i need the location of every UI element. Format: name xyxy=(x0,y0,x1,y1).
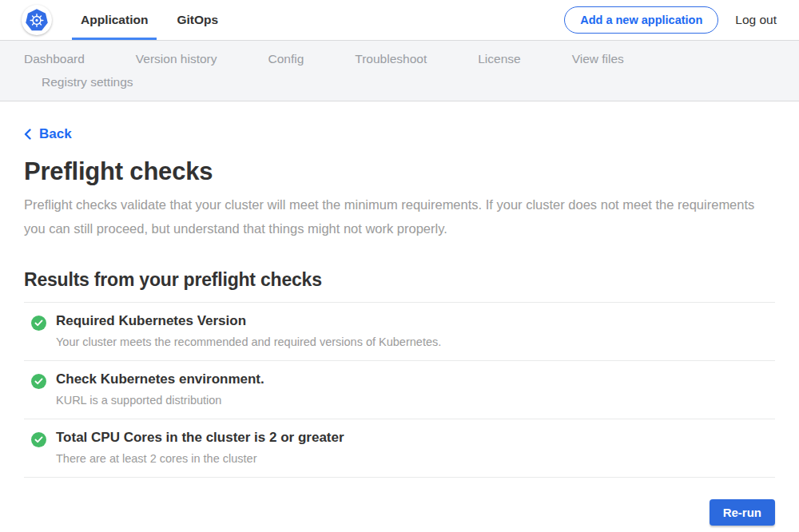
page-footer: Re-run xyxy=(24,478,775,526)
check-item-kubernetes-version: Required Kubernetes Version Your cluster… xyxy=(24,303,775,361)
tab-gitops[interactable]: GitOps xyxy=(168,0,227,40)
tab-application-label: Application xyxy=(81,13,148,27)
subnav-item-troubleshoot[interactable]: Troubleshoot xyxy=(355,52,427,66)
back-label: Back xyxy=(39,126,72,142)
check-description: Your cluster meets the recommended and r… xyxy=(56,335,775,348)
subnav-item-license[interactable]: License xyxy=(478,52,520,66)
check-pass-icon xyxy=(31,374,46,389)
check-pass-icon xyxy=(31,432,46,447)
preflight-page: Back Preflight checks Preflight checks v… xyxy=(0,101,799,526)
preflight-results-list: Required Kubernetes Version Your cluster… xyxy=(24,302,775,478)
check-description: KURL is a supported distribution xyxy=(56,394,775,407)
app-subnav: Dashboard Version history Config Trouble… xyxy=(0,41,799,101)
primary-nav: Application GitOps xyxy=(72,0,238,40)
back-link[interactable]: Back xyxy=(24,126,72,142)
kubernetes-helm-icon xyxy=(23,6,50,34)
check-title: Required Kubernetes Version xyxy=(56,313,775,329)
subnav-item-view-files[interactable]: View files xyxy=(572,52,624,66)
kubernetes-logo[interactable] xyxy=(22,5,52,35)
check-item-kubernetes-environment: Check Kubernetes environment. KURL is a … xyxy=(24,361,775,419)
results-heading: Results from your preflight checks xyxy=(24,269,775,291)
check-description: There are at least 2 cores in the cluste… xyxy=(56,452,775,465)
subnav-item-version-history[interactable]: Version history xyxy=(136,52,217,66)
tab-application[interactable]: Application xyxy=(72,0,157,40)
subnav-item-dashboard[interactable]: Dashboard xyxy=(24,52,85,66)
check-item-cpu-cores: Total CPU Cores in the cluster is 2 or g… xyxy=(24,419,775,478)
subnav-row-1: Dashboard Version history Config Trouble… xyxy=(24,47,775,70)
page-title: Preflight checks xyxy=(24,157,775,186)
check-title: Check Kubernetes environment. xyxy=(56,371,775,387)
top-navbar: Application GitOps Add a new application… xyxy=(0,0,799,41)
check-title: Total CPU Cores in the cluster is 2 or g… xyxy=(56,430,775,446)
rerun-button[interactable]: Re-run xyxy=(710,499,775,526)
logout-link[interactable]: Log out xyxy=(735,13,777,27)
navbar-right: Add a new application Log out xyxy=(564,6,777,34)
check-pass-icon xyxy=(31,316,46,331)
page-description: Preflight checks validate that your clus… xyxy=(24,193,757,240)
add-application-button[interactable]: Add a new application xyxy=(564,6,718,34)
tab-gitops-label: GitOps xyxy=(177,13,218,27)
subnav-row-2: Registry settings xyxy=(24,70,775,93)
subnav-item-registry-settings[interactable]: Registry settings xyxy=(42,75,133,89)
subnav-item-config[interactable]: Config xyxy=(268,52,304,66)
chevron-left-icon xyxy=(24,129,31,140)
